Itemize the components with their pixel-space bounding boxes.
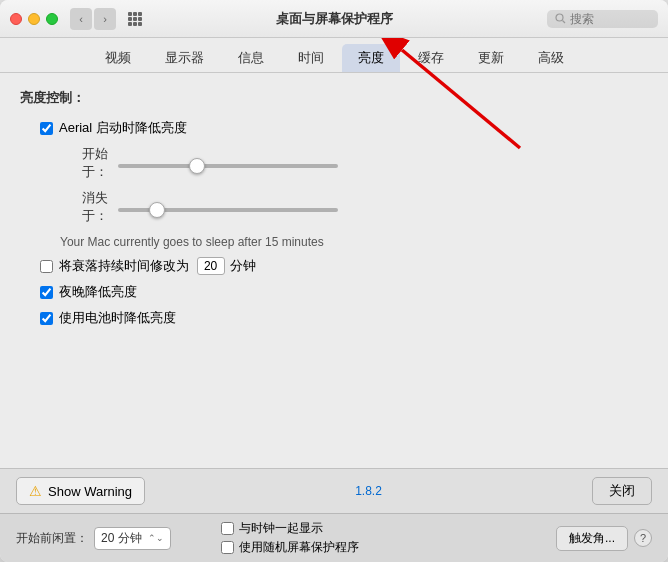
fade-duration-row: 将衰落持续时间修改为 分钟 [20,257,648,275]
back-arrow[interactable]: ‹ [70,8,92,30]
aerial-checkbox-row: Aerial 启动时降低亮度 [20,119,648,137]
sync-clock-checkbox[interactable] [221,522,234,535]
show-warning-button[interactable]: ⚠ Show Warning [16,477,145,505]
sleep-info: Your Mac currently goes to sleep after 1… [20,235,648,249]
brightness-section: 亮度控制： Aerial 启动时降低亮度 开始于： 消失于： [20,89,648,327]
idle-select[interactable]: 20 分钟 ⌃⌄ [94,527,171,550]
close-button[interactable]: 关闭 [592,477,652,505]
close-light[interactable] [10,13,22,25]
night-label: 夜晚降低亮度 [59,283,137,301]
random-screensaver-checkbox[interactable] [221,541,234,554]
touch-corner-button[interactable]: 触发角... [556,526,628,551]
version-text: 1.8.2 [355,484,382,498]
sync-clock-label: 与时钟一起显示 [239,520,323,537]
start-slider-wrap [118,156,338,171]
fade-slider-wrap [118,200,338,215]
content-area: 亮度控制： Aerial 启动时降低亮度 开始于： 消失于： [0,73,668,468]
aerial-checkbox[interactable] [40,122,53,135]
nav-arrows: ‹ › [70,8,116,30]
battery-label: 使用电池时降低亮度 [59,309,176,327]
svg-rect-4 [133,17,137,21]
idle-label: 开始前闲置： [16,530,88,547]
show-warning-label: Show Warning [48,484,132,499]
sync-checkboxes: 与时钟一起显示 使用随机屏幕保护程序 [221,520,359,556]
traffic-lights [10,13,58,25]
svg-rect-6 [128,22,132,26]
search-box[interactable] [547,10,658,28]
titlebar: ‹ › 桌面与屏幕保护程序 [0,0,668,38]
fade-duration-label: 将衰落持续时间修改为 分钟 [59,257,256,275]
fade-slider[interactable] [118,208,338,212]
maximize-light[interactable] [46,13,58,25]
tab-video[interactable]: 视频 [89,44,147,72]
help-button[interactable]: ? [634,529,652,547]
tabs-bar: 视频 显示器 信息 时间 亮度 缓存 更新 高级 [0,38,668,73]
idle-value: 20 分钟 [101,530,142,547]
fade-label: 消失于： [60,189,108,225]
window-title: 桌面与屏幕保护程序 [276,10,393,28]
start-label: 开始于： [60,145,108,181]
start-slider[interactable] [118,164,338,168]
night-checkbox-row: 夜晚降低亮度 [20,283,648,301]
start-slider-row: 开始于： [20,145,648,181]
footer-bar: 开始前闲置： 20 分钟 ⌃⌄ 与时钟一起显示 使用随机屏幕保护程序 触发角..… [0,513,668,562]
fade-duration-input-wrap [197,259,228,273]
main-window: ‹ › 桌面与屏幕保护程序 [0,0,668,562]
svg-rect-2 [138,12,142,16]
night-checkbox[interactable] [40,286,53,299]
random-screensaver-label: 使用随机屏幕保护程序 [239,539,359,556]
battery-checkbox-row: 使用电池时降低亮度 [20,309,648,327]
footer-right: 触发角... ? [556,526,652,551]
svg-rect-5 [138,17,142,21]
idle-selector: 开始前闲置： 20 分钟 ⌃⌄ [16,527,171,550]
tab-cache[interactable]: 缓存 [402,44,460,72]
svg-rect-8 [138,22,142,26]
grid-icon[interactable] [124,8,146,30]
svg-point-9 [556,14,563,21]
tab-time[interactable]: 时间 [282,44,340,72]
svg-rect-0 [128,12,132,16]
fade-duration-input[interactable] [197,257,225,275]
tab-advanced[interactable]: 高级 [522,44,580,72]
tab-update[interactable]: 更新 [462,44,520,72]
tab-display[interactable]: 显示器 [149,44,220,72]
svg-rect-1 [133,12,137,16]
svg-line-10 [563,21,566,24]
svg-rect-3 [128,17,132,21]
warning-icon: ⚠ [29,483,42,499]
idle-chevron-icon: ⌃⌄ [148,533,164,543]
search-input[interactable] [570,12,650,26]
forward-arrow[interactable]: › [94,8,116,30]
fade-duration-checkbox[interactable] [40,260,53,273]
bottom-bar: ⚠ Show Warning 1.8.2 关闭 [0,468,668,513]
battery-checkbox[interactable] [40,312,53,325]
brightness-title: 亮度控制： [20,89,648,107]
minimize-light[interactable] [28,13,40,25]
aerial-label: Aerial 启动时降低亮度 [59,119,187,137]
tab-brightness[interactable]: 亮度 [342,44,400,72]
svg-rect-7 [133,22,137,26]
random-screensaver-row: 使用随机屏幕保护程序 [221,539,359,556]
fade-slider-row: 消失于： [20,189,648,225]
sync-clock-row: 与时钟一起显示 [221,520,359,537]
tab-info[interactable]: 信息 [222,44,280,72]
